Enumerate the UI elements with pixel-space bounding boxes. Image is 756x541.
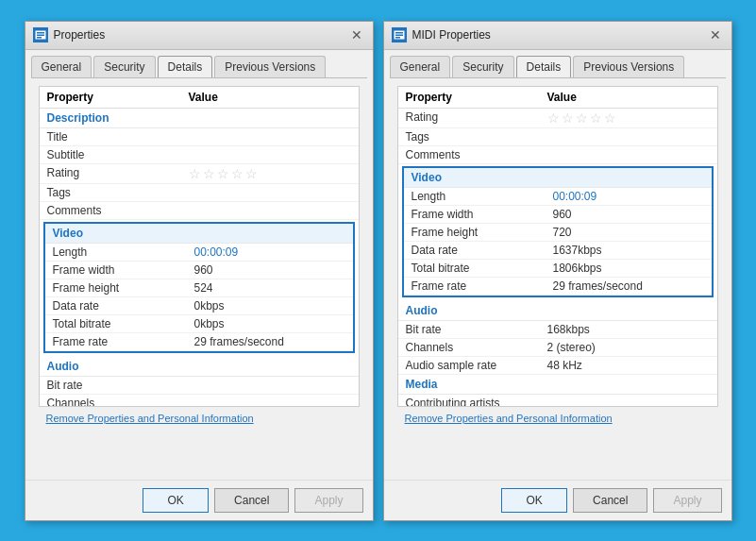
table-row: Comments (40, 202, 359, 220)
prop-label: Tags (406, 130, 547, 144)
prop-label: Rating (406, 110, 547, 126)
prop-value (189, 148, 351, 161)
tab-security-2[interactable]: Security (452, 56, 513, 77)
svg-rect-3 (37, 37, 42, 39)
dialog2-icon (392, 27, 407, 42)
dialog2-cancel-button[interactable]: Cancel (573, 488, 647, 513)
dialog1-close-button[interactable]: ✕ (348, 26, 365, 43)
prop-value (547, 130, 710, 144)
dialog2-close-button[interactable]: ✕ (707, 26, 724, 43)
prop-value (189, 186, 351, 199)
prop-value: 29 frames/second (194, 335, 345, 348)
prop-value: 48 kHz (547, 359, 710, 372)
dialog1-tabs: General Security Details Previous Versio… (25, 50, 373, 77)
prop-label: Channels (406, 341, 547, 354)
prop-value: 0kbps (194, 299, 345, 313)
dialog2-ok-button[interactable]: OK (501, 488, 567, 513)
tab-previous-versions-1[interactable]: Previous Versions (214, 56, 326, 77)
dialog2-video-highlight: Video Length 00:00:09 Frame width 960 Fr… (402, 166, 714, 297)
dialog1-section-video: Video (45, 224, 353, 244)
dialog2-section-audio: Audio (398, 301, 717, 321)
prop-label: Data rate (53, 299, 194, 313)
title-bar-2: MIDI Properties ✕ (384, 22, 731, 50)
dialog2-section-video: Video (404, 168, 712, 188)
prop-label: Contributing artists (406, 397, 547, 407)
svg-rect-2 (37, 35, 44, 37)
dialog2-apply-button[interactable]: Apply (653, 488, 721, 513)
prop-value (547, 148, 710, 161)
midi-properties-dialog: MIDI Properties ✕ General Security Detai… (383, 21, 732, 521)
svg-rect-5 (395, 32, 403, 34)
table-row: Subtitle (40, 146, 359, 164)
prop-label: Subtitle (47, 148, 189, 161)
table-row: Title (40, 128, 359, 146)
dialog1-header-property: Property (47, 91, 189, 104)
prop-label: Frame height (53, 281, 194, 295)
prop-value: 168kbps (547, 323, 710, 336)
tab-general-1[interactable]: General (31, 56, 92, 77)
table-row: Channels 2 (stereo) (398, 339, 717, 357)
dialog1-properties-table[interactable]: Property Value Description Title Subtitl… (39, 86, 360, 407)
prop-label: Bit rate (406, 323, 547, 336)
dialog1-icon (33, 27, 48, 42)
dialog2-title: MIDI Properties (412, 28, 491, 42)
dialog1-header-value: Value (189, 91, 351, 104)
dialog2-tab-content: Property Value Rating ☆☆☆☆☆ Tags Comment… (390, 77, 726, 480)
svg-rect-6 (395, 35, 403, 37)
tab-details-2[interactable]: Details (516, 56, 572, 77)
dialog2-footer: OK Cancel Apply (384, 480, 731, 520)
prop-value: 29 frames/second (553, 279, 704, 293)
table-row: Bit rate 168kbps (398, 321, 717, 339)
dialog1-video-highlight: Video Length 00:00:09 Frame width 960 Fr… (43, 222, 355, 353)
table-row: Length 00:00:09 (45, 244, 353, 262)
dialog2-tabs: General Security Details Previous Versio… (384, 50, 731, 77)
prop-value (547, 397, 710, 407)
prop-label: Channels (47, 397, 189, 407)
table-row: Rating ☆☆☆☆☆ (398, 109, 717, 128)
prop-label: Comments (47, 204, 189, 217)
tab-details-1[interactable]: Details (158, 56, 213, 77)
table-row: Bit rate (40, 377, 359, 395)
dialog1-apply-button[interactable]: Apply (294, 488, 362, 513)
dialog1-footer: OK Cancel Apply (25, 480, 373, 520)
table-row: Tags (40, 184, 359, 202)
dialog1-tab-content: Property Value Description Title Subtitl… (31, 77, 367, 480)
prop-label: Frame rate (412, 279, 553, 293)
table-row: Data rate 1637kbps (404, 242, 712, 260)
svg-rect-7 (395, 37, 400, 39)
dialog2-table-header: Property Value (398, 87, 717, 109)
properties-dialog: Properties ✕ General Security Details Pr… (25, 21, 374, 521)
dialog1-cancel-button[interactable]: Cancel (214, 488, 289, 513)
prop-value: 2 (stereo) (547, 341, 710, 354)
table-row: Contributing artists (398, 395, 717, 407)
prop-value: 960 (194, 263, 345, 277)
dialog2-properties-table[interactable]: Property Value Rating ☆☆☆☆☆ Tags Comment… (397, 86, 718, 407)
dialog1-ok-button[interactable]: OK (143, 488, 209, 513)
table-row: Frame height 720 (404, 224, 712, 242)
prop-value: 0kbps (194, 317, 345, 330)
prop-value: 1806kbps (553, 262, 704, 275)
prop-value (189, 379, 351, 392)
dialog1-remove-link[interactable]: Remove Properties and Personal Informati… (46, 413, 352, 424)
prop-value: 00:00:09 (194, 245, 345, 259)
title-bar-1: Properties ✕ (25, 22, 373, 50)
table-row: Rating ☆☆☆☆☆ (40, 164, 359, 184)
tab-security-1[interactable]: Security (93, 56, 155, 77)
dialog2-remove-link[interactable]: Remove Properties and Personal Informati… (405, 413, 711, 424)
prop-label: Bit rate (47, 379, 189, 392)
table-row: Tags (398, 128, 717, 146)
prop-label: Comments (406, 148, 547, 161)
table-row: Frame width 960 (404, 206, 712, 224)
table-row: Comments (398, 146, 717, 164)
table-row: Frame height 524 (45, 279, 353, 297)
table-row: Frame width 960 (45, 262, 353, 279)
dialog1-table-header: Property Value (40, 87, 359, 109)
svg-rect-1 (37, 32, 44, 34)
prop-value (189, 130, 351, 144)
prop-value (189, 397, 351, 407)
tab-general-2[interactable]: General (390, 56, 451, 77)
tab-previous-versions-2[interactable]: Previous Versions (573, 56, 684, 77)
prop-label: Frame width (53, 263, 194, 277)
prop-label: Audio sample rate (406, 359, 547, 372)
dialog1-section-audio: Audio (40, 357, 359, 377)
